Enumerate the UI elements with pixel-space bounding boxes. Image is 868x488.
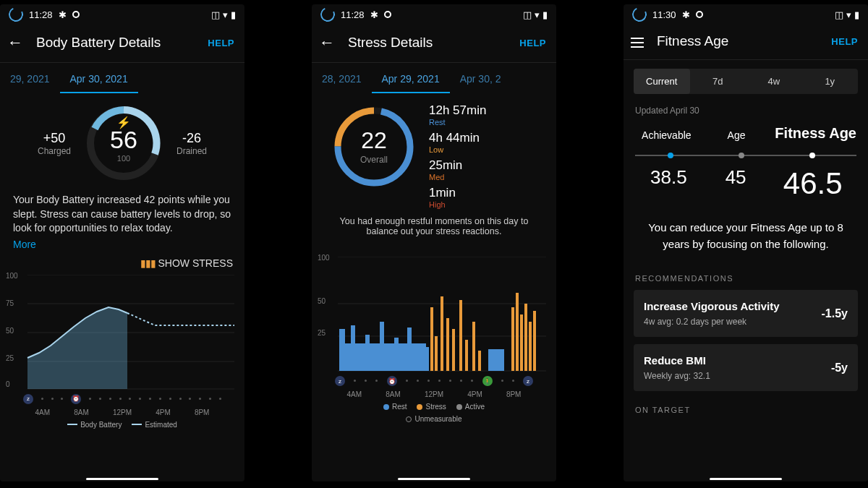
battery-icon: ▮: [231, 9, 236, 20]
battery-icon: ▮: [854, 9, 859, 20]
age-label: Age: [705, 129, 768, 142]
tab-4w[interactable]: 4w: [746, 69, 802, 94]
help-button[interactable]: HELP: [831, 36, 858, 47]
date-tabs: 29, 2021 Apr 30, 2021: [0, 63, 244, 93]
tab-7d[interactable]: 7d: [690, 69, 746, 94]
page-title: Fitness Age: [657, 33, 818, 49]
svg-rect-33: [459, 300, 462, 371]
fitness-age-slider: [635, 152, 856, 159]
svg-rect-26: [425, 347, 429, 371]
achievable-label: Achievable: [635, 129, 698, 142]
card-title: Increase Vigorous Activity: [644, 300, 780, 312]
circle-icon: [384, 11, 391, 18]
page-title: Stress Details: [348, 35, 506, 51]
alarm-icon: ⏰: [71, 394, 81, 404]
svg-text:Overall: Overall: [360, 155, 388, 165]
fan-icon: ✱: [59, 9, 67, 20]
svg-rect-24: [407, 328, 412, 371]
recommendation-card[interactable]: Reduce BMI Weekly avg: 32.1 -5y: [634, 344, 858, 391]
chart-legend-2: Unmeasurable: [322, 415, 546, 423]
svg-rect-31: [446, 318, 449, 371]
screen-fitness-age: 11:30 ✱ ◫ ▾ ▮ Fitness Age HELP Current 7…: [624, 4, 868, 481]
body-battery-description: Your Body Battery increased 42 points wh…: [0, 183, 244, 239]
circle-icon: [696, 11, 703, 18]
svg-text:100: 100: [117, 154, 130, 163]
recommendations-header: RECOMMENDATIONS: [624, 267, 868, 287]
date-tab-active[interactable]: Apr 29, 2021: [372, 69, 450, 93]
drained-stat: -26 Drained: [176, 131, 207, 156]
date-tab-prev[interactable]: 29, 2021: [0, 69, 60, 93]
screen-stress: 11:28 ✱ ◫ ▾ ▮ ← Stress Details HELP 28, …: [312, 4, 556, 481]
timeline-dots: z ⏰: [10, 393, 234, 406]
nav-handle[interactable]: [86, 478, 158, 480]
card-delta: -5y: [831, 361, 848, 374]
help-button[interactable]: HELP: [208, 38, 234, 48]
fan-icon: ✱: [370, 9, 378, 20]
svg-rect-35: [472, 322, 475, 371]
svg-rect-34: [465, 340, 468, 371]
age-dot: [739, 153, 744, 158]
on-target-header: ON TARGET: [624, 398, 868, 419]
card-sub: 4w avg: 0.2 days per week: [644, 317, 780, 327]
nav-handle[interactable]: [398, 478, 470, 480]
tab-current[interactable]: Current: [634, 69, 690, 94]
card-title: Reduce BMI: [644, 354, 710, 367]
timeline-dots: z ⏰ 🚶 z: [322, 375, 546, 388]
more-link[interactable]: More: [0, 239, 244, 250]
svg-rect-37: [511, 307, 514, 371]
clock: 11:28: [29, 9, 53, 20]
x-axis: 4AM8AM 12PM4PM 8PM: [10, 408, 234, 416]
menu-icon[interactable]: [631, 35, 644, 48]
back-icon[interactable]: ←: [7, 33, 23, 52]
body-battery-chart: 100 75 50 25 0 z ⏰ 4AM8AM 12PM4PM: [0, 272, 244, 429]
vibrate-icon: ◫: [835, 9, 843, 20]
divider: [624, 59, 868, 60]
svg-rect-28: [430, 307, 433, 371]
stress-chart: 100 50 25: [312, 254, 556, 423]
fitness-age-value: 46.5: [769, 166, 856, 201]
updated-text: Updated April 30: [624, 94, 868, 119]
progress-ring-icon: [630, 5, 649, 24]
wifi-icon: ▾: [535, 9, 540, 20]
svg-rect-22: [380, 322, 384, 371]
sleep-icon: z: [523, 376, 533, 386]
drained-label: Drained: [176, 146, 207, 156]
header: ← Stress Details HELP: [312, 25, 556, 62]
date-tab-prev[interactable]: 28, 2021: [312, 69, 372, 93]
show-stress-toggle[interactable]: ▮▮▮SHOW STRESS: [0, 250, 244, 272]
date-tabs: 28, 2021 Apr 29, 2021 Apr 30, 2: [312, 63, 556, 93]
svg-rect-25: [416, 351, 420, 371]
card-sub: Weekly avg: 32.1: [644, 371, 710, 381]
svg-rect-38: [516, 293, 519, 371]
header: Fitness Age HELP: [624, 25, 868, 59]
battery-icon: ▮: [542, 9, 548, 20]
svg-rect-30: [441, 296, 443, 371]
svg-text:56: 56: [110, 126, 137, 153]
fitness-dot: [809, 153, 815, 158]
circle-icon: [72, 11, 80, 18]
wifi-icon: ▾: [223, 9, 228, 20]
svg-text:22: 22: [361, 127, 387, 153]
charged-label: Charged: [38, 146, 71, 156]
tab-1y[interactable]: 1y: [802, 69, 859, 94]
achievable-dot: [668, 153, 673, 158]
svg-rect-20: [351, 325, 355, 371]
progress-ring-icon: [7, 5, 25, 24]
recommendation-card[interactable]: Increase Vigorous Activity 4w avg: 0.2 d…: [634, 290, 858, 337]
chart-legend: Rest Stress Active: [322, 403, 546, 411]
back-icon[interactable]: ←: [319, 33, 335, 52]
nav-handle[interactable]: [710, 478, 782, 480]
svg-rect-21: [365, 335, 370, 371]
svg-rect-41: [529, 322, 532, 371]
svg-rect-27: [488, 349, 504, 371]
stress-breakdown: 12h 57minRest 4h 44minLow 25minMed 1minH…: [429, 103, 486, 209]
progress-ring-icon: [318, 5, 337, 24]
svg-rect-39: [520, 314, 523, 371]
alarm-icon: ⏰: [387, 376, 397, 386]
age-value: 45: [702, 166, 770, 201]
help-button[interactable]: HELP: [519, 38, 546, 48]
date-tab-next[interactable]: Apr 30, 2: [450, 69, 511, 93]
chart-legend: Body Battery Estimated: [10, 421, 234, 429]
date-tab-active[interactable]: Apr 30, 2021: [60, 69, 138, 93]
svg-rect-32: [452, 329, 455, 371]
